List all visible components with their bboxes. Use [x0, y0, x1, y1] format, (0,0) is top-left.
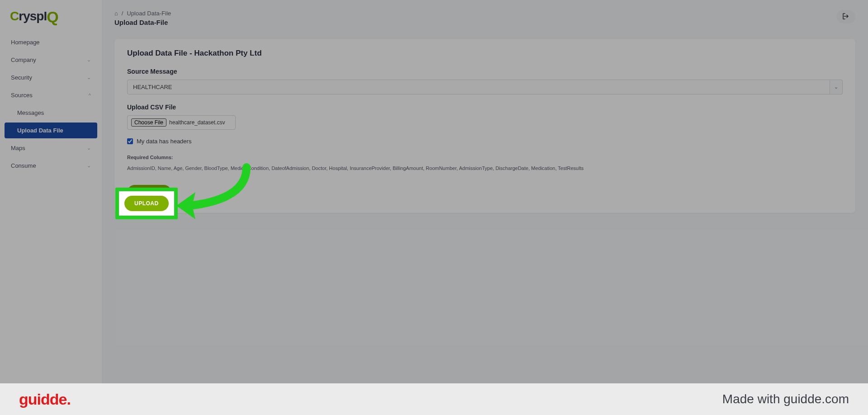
headers-checkbox[interactable]	[127, 138, 133, 144]
sidebar-item-label: Sources	[11, 92, 33, 99]
sidebar: CryspIQ Homepage Company ⌄ Security ⌄ So…	[0, 0, 102, 383]
sidebar-item-label: Maps	[11, 145, 25, 151]
sidebar-item-homepage[interactable]: Homepage	[5, 34, 97, 50]
breadcrumb-item[interactable]: Upload Data-File	[127, 10, 171, 17]
sidebar-item-label: Messages	[17, 109, 44, 116]
sidebar-item-security[interactable]: Security ⌄	[5, 70, 97, 85]
sidebar-item-label: Consume	[11, 162, 36, 169]
sidebar-item-messages[interactable]: Messages	[5, 105, 97, 121]
home-icon[interactable]: ⌂	[114, 10, 118, 17]
source-message-select[interactable]: HEALTHCARE	[127, 80, 830, 94]
logo: CryspIQ	[0, 9, 102, 30]
choose-file-button[interactable]: Choose File	[131, 118, 166, 127]
upload-card: Upload Data File - Hackathon Pty Ltd Sou…	[114, 39, 855, 213]
content-area: ⌂ / Upload Data-File Upload Data-File Up…	[102, 0, 868, 383]
logout-icon	[842, 13, 849, 21]
file-input-wrap: Choose File healthcare_dataset.csv	[127, 115, 236, 130]
upload-csv-label: Upload CSV File	[127, 104, 843, 111]
chevron-down-icon: ⌄	[87, 57, 91, 63]
chevron-down-icon: ⌄	[87, 163, 91, 169]
chevron-up-icon: ^	[89, 93, 91, 98]
sidebar-item-consume[interactable]: Consume ⌄	[5, 158, 97, 174]
page-title: Upload Data-File	[114, 19, 171, 26]
source-message-label: Source Message	[127, 68, 843, 75]
footer-text: Made with guidde.com	[722, 392, 849, 406]
breadcrumb-separator: /	[122, 10, 123, 17]
sidebar-item-label: Security	[11, 74, 32, 81]
required-columns-label: Required Columns:	[127, 155, 843, 160]
chevron-down-icon: ⌄	[87, 145, 91, 151]
chevron-down-icon: ⌄	[87, 75, 91, 80]
sidebar-item-maps[interactable]: Maps ⌄	[5, 140, 97, 156]
sidebar-item-sources[interactable]: Sources ^	[5, 87, 97, 103]
sidebar-item-upload-data-file[interactable]: Upload Data File	[5, 123, 97, 138]
footer-bar: guidde. Made with guidde.com	[0, 383, 868, 415]
guidde-logo: guidde.	[19, 391, 71, 408]
logout-button[interactable]	[836, 10, 855, 24]
sidebar-item-label: Upload Data File	[17, 127, 63, 134]
required-columns-text: AdmissionID, Name, Age, Gender, BloodTyp…	[127, 165, 843, 172]
upload-button-highlight[interactable]: UPLOAD	[124, 196, 169, 211]
sidebar-item-label: Company	[11, 57, 36, 63]
highlight-box: UPLOAD	[115, 188, 178, 219]
headers-checkbox-label: My data has headers	[137, 138, 191, 145]
card-title: Upload Data File - Hackathon Pty Ltd	[127, 49, 843, 58]
select-caret-icon[interactable]: ⌄	[830, 80, 843, 94]
breadcrumb: ⌂ / Upload Data-File	[114, 10, 171, 17]
file-name-text: healthcare_dataset.csv	[169, 119, 225, 126]
sidebar-item-company[interactable]: Company ⌄	[5, 52, 97, 68]
sidebar-item-label: Homepage	[11, 39, 40, 46]
